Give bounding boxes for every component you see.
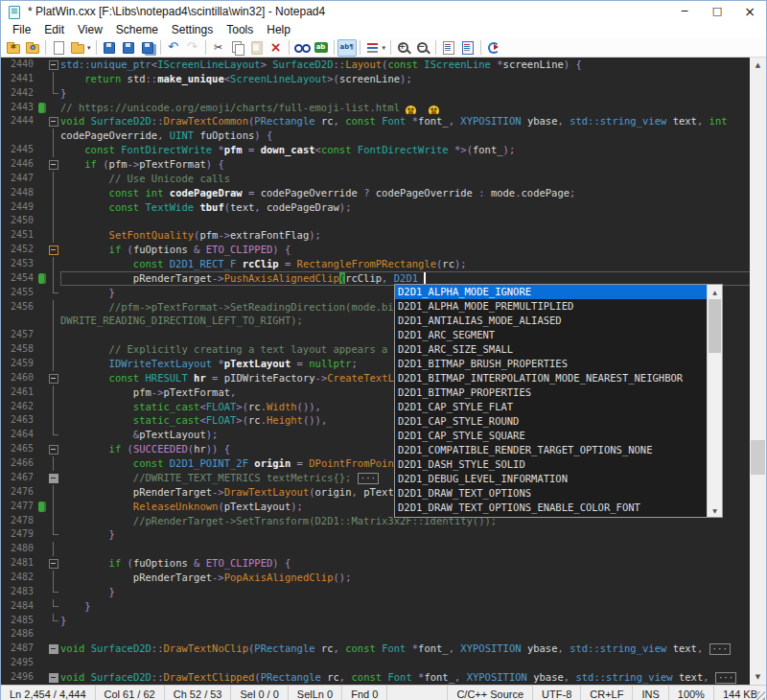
close-button[interactable]: ×: [733, 1, 766, 21]
zoom-out-button[interactable]: −: [413, 39, 432, 57]
code-text[interactable]: if (pfm->pTextFormat) {: [60, 157, 766, 172]
word-wrap-button[interactable]: ab¶: [337, 39, 357, 57]
status-segment-char[interactable]: Ch 52 / 53: [165, 686, 232, 700]
code-text[interactable]: [60, 627, 766, 642]
status-segment-zoom[interactable]: 100%: [668, 686, 713, 700]
autocomplete-item[interactable]: D2D1_ALPHA_MODE_PREMULTIPLIED: [395, 299, 708, 314]
zoom-in-button[interactable]: +: [394, 39, 413, 57]
menu-edit[interactable]: Edit: [37, 22, 71, 37]
minimize-button[interactable]: ─: [668, 1, 701, 21]
favorites-folder-button[interactable]: *: [4, 39, 23, 57]
autocomplete-scroll-down-icon[interactable]: ▼: [708, 503, 722, 517]
code-text[interactable]: void SurfaceD2D::DrawTextNoClip(PRectang…: [60, 642, 766, 656]
menu-tools[interactable]: Tools: [220, 22, 260, 37]
autocomplete-item[interactable]: D2D1_COMPATIBLE_RENDER_TARGET_OPTIONS_NO…: [395, 443, 708, 457]
autocomplete-item[interactable]: D2D1_DRAW_TEXT_OPTIONS: [395, 486, 708, 501]
status-segment-scheme[interactable]: C/C++ Source: [447, 686, 532, 700]
autocomplete-item[interactable]: D2D1_BITMAP_BRUSH_PROPERTIES: [395, 357, 708, 371]
code-text[interactable]: // https://unicode.org/emoji/charts/full…: [60, 101, 766, 115]
fold-toggle-icon[interactable]: [48, 114, 60, 128]
status-segment-encoding[interactable]: UTF-8: [532, 686, 580, 700]
autocomplete-item[interactable]: D2D1_CAP_STYLE_SQUARE: [395, 429, 708, 443]
autocomplete-item[interactable]: D2D1_ARC_SIZE_SMALL: [395, 342, 708, 357]
scroll-up-icon[interactable]: ▲: [750, 58, 766, 73]
code-text[interactable]: [60, 656, 766, 670]
editor[interactable]: 2440std::unique_ptr<IScreenLineLayout> S…: [1, 58, 766, 685]
code-text[interactable]: void SurfaceD2D::DrawTextClipped(PRectan…: [60, 670, 766, 685]
code-text[interactable]: }: [60, 614, 766, 628]
code-text[interactable]: }: [60, 86, 766, 101]
new-file-button[interactable]: [49, 39, 68, 57]
menu-scheme[interactable]: Scheme: [109, 22, 165, 37]
autocomplete-item[interactable]: D2D1_CAP_STYLE_ROUND: [395, 414, 708, 429]
status-segment-insert-mode[interactable]: INS: [632, 686, 667, 700]
open-file-button[interactable]: ▾: [68, 39, 93, 57]
fold-toggle-icon[interactable]: [48, 243, 60, 257]
autocomplete-item[interactable]: D2D1_CAP_STYLE_FLAT: [395, 400, 708, 414]
code-text[interactable]: if (fuOptions & ETO_CLIPPED) {: [60, 556, 766, 571]
fold-toggle-icon[interactable]: [48, 556, 60, 571]
code-text[interactable]: if (fuOptions & ETO_CLIPPED) {: [60, 243, 766, 257]
folder-search-button[interactable]: o: [23, 39, 42, 57]
view-schemes-button[interactable]: [439, 39, 458, 57]
code-text[interactable]: }: [60, 527, 766, 542]
status-segment-line-ending[interactable]: CR+LF: [580, 686, 632, 700]
find-button[interactable]: [292, 39, 312, 57]
code-text[interactable]: // Use Unicode calls: [60, 172, 766, 186]
code-text[interactable]: void SurfaceD2D::DrawTextCommon(PRectang…: [60, 114, 766, 128]
reload-button[interactable]: [484, 39, 503, 57]
fold-toggle-icon[interactable]: [48, 442, 60, 456]
status-segment-selection[interactable]: Sel 0 / 0: [231, 686, 288, 700]
paste-button[interactable]: [247, 39, 267, 57]
scroll-down-icon[interactable]: ▼: [750, 669, 766, 685]
autocomplete-item[interactable]: D2D1_BITMAP_INTERPOLATION_MODE_NEAREST_N…: [395, 371, 708, 385]
code-text[interactable]: SetFontQuality(pfm->extraFontFlag);: [60, 228, 766, 243]
status-segment-column[interactable]: Col 61 / 62: [96, 686, 165, 700]
menu-help[interactable]: Help: [260, 22, 297, 37]
scheme-config-button[interactable]: ▾: [363, 39, 388, 57]
menu-settings[interactable]: Settings: [165, 22, 220, 37]
code-text[interactable]: }: [60, 585, 766, 599]
delete-button[interactable]: ×: [267, 39, 286, 57]
code-text[interactable]: }: [60, 599, 766, 614]
status-segment-selection-lines[interactable]: SelLn 0: [289, 686, 342, 700]
status-segment-find-count[interactable]: Fnd 0: [342, 686, 387, 700]
save-as-button[interactable]: [119, 39, 138, 57]
fold-toggle-icon[interactable]: [48, 58, 60, 72]
fold-toggle-icon[interactable]: [48, 642, 60, 656]
resize-grip[interactable]: [755, 691, 765, 700]
replace-button[interactable]: ab: [312, 39, 331, 57]
copy-button[interactable]: [228, 39, 247, 57]
scrollbar-thumb[interactable]: [751, 440, 765, 475]
autocomplete-scroll-up-icon[interactable]: ▲: [708, 285, 722, 298]
fold-toggle-icon[interactable]: [48, 371, 60, 385]
save-button[interactable]: [100, 39, 119, 57]
fold-toggle-icon[interactable]: [48, 471, 60, 485]
fold-toggle-icon[interactable]: [48, 670, 60, 685]
code-text[interactable]: [60, 214, 766, 228]
autocomplete-item[interactable]: D2D1_DRAW_TEXT_OPTIONS_ENABLE_COLOR_FONT: [395, 501, 708, 515]
code-text[interactable]: const TextWide tbuf(text, codePageDraw);: [60, 200, 766, 215]
code-text[interactable]: std::unique_ptr<IScreenLineLayout> Surfa…: [60, 58, 766, 72]
maximize-button[interactable]: □: [701, 1, 733, 21]
code-text[interactable]: const FontDirectWrite *pfm = down_cast<c…: [60, 143, 766, 157]
undo-button[interactable]: ↶: [164, 39, 183, 57]
autocomplete-scrollbar[interactable]: ▲ ▼: [707, 285, 722, 517]
autocomplete-item[interactable]: D2D1_ARC_SEGMENT: [395, 328, 708, 342]
code-text[interactable]: [60, 542, 766, 556]
autocomplete-item[interactable]: D2D1_DASH_STYLE_SOLID: [395, 457, 708, 472]
customize-schemes-button[interactable]: [458, 39, 477, 57]
code-text[interactable]: const D2D1_RECT_F rcClip = RectangleFrom…: [60, 257, 766, 271]
menu-file[interactable]: File: [6, 22, 37, 37]
fold-toggle-icon[interactable]: [48, 157, 60, 172]
autocomplete-item[interactable]: D2D1_BITMAP_PROPERTIES: [395, 385, 708, 400]
menu-view[interactable]: View: [71, 22, 109, 37]
code-text[interactable]: return std::make_unique<ScreenLineLayout…: [60, 72, 766, 86]
status-segment-line[interactable]: Ln 2,454 / 4,444: [1, 686, 96, 700]
code-text[interactable]: pRenderTarget->PopAxisAlignedClip();: [60, 571, 766, 585]
save-all-button[interactable]: [138, 39, 157, 57]
editor-scrollbar[interactable]: ▲ ▼: [750, 58, 766, 685]
code-text[interactable]: const int codePageDraw = codePageOverrid…: [60, 186, 766, 200]
autocomplete-scrollbar-thumb[interactable]: [709, 299, 721, 353]
cut-button[interactable]: ✂: [209, 39, 228, 57]
